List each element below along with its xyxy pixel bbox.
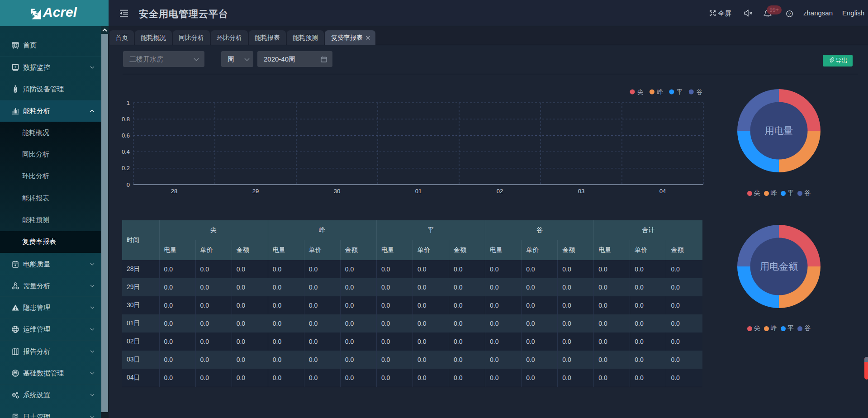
svg-text:0: 0: [127, 181, 130, 188]
svg-text:03: 03: [578, 188, 584, 195]
svg-text:用电金额: 用电金额: [760, 261, 798, 271]
svg-text:30: 30: [334, 188, 340, 195]
svg-text:0.2: 0.2: [122, 165, 130, 171]
svg-text:01: 01: [415, 188, 422, 195]
svg-text:平: 平: [677, 89, 683, 95]
svg-text:04: 04: [659, 188, 666, 195]
svg-text:1: 1: [127, 100, 130, 106]
svg-text:28: 28: [171, 188, 177, 195]
svg-text:尖: 尖: [637, 89, 644, 95]
svg-text:0.4: 0.4: [122, 148, 130, 155]
svg-text:用电量: 用电量: [765, 125, 793, 136]
svg-text:02: 02: [497, 188, 503, 195]
svg-text:0.8: 0.8: [122, 116, 130, 123]
svg-text:29: 29: [252, 188, 259, 195]
svg-text:?: ?: [788, 11, 791, 16]
svg-text:谷: 谷: [696, 89, 702, 95]
svg-text:峰: 峰: [657, 89, 663, 95]
svg-text:0.6: 0.6: [122, 132, 130, 139]
